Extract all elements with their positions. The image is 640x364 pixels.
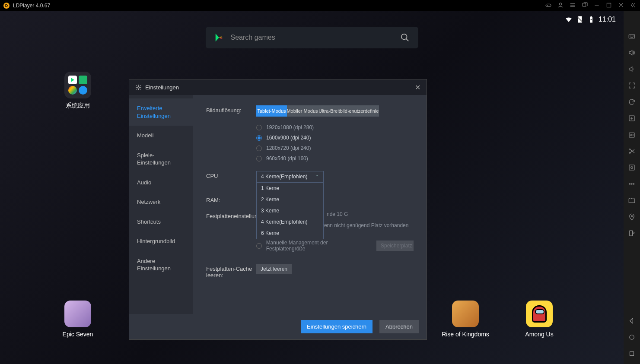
search-bar[interactable] [206,27,418,48]
tab-custom[interactable]: Benutzerdefiniert [348,105,379,117]
save-button[interactable]: Einstellungen speichern [301,320,373,333]
user-icon[interactable] [557,2,564,10]
nav-wallpaper[interactable]: Hintergrundbild [129,231,193,251]
gear-icon [135,84,142,91]
search-icon[interactable] [400,33,410,42]
clock: 11:01 [599,16,616,23]
svg-rect-14 [629,165,634,170]
res-1280[interactable]: 1280x720 (dpi 240) [256,145,414,151]
recents-icon[interactable] [627,349,636,358]
svg-point-19 [631,215,633,217]
folder-label: 系统应用 [58,102,97,110]
nav-other[interactable]: Andere Einstellungen [129,251,193,279]
svg-point-15 [631,167,633,169]
volume-down-icon[interactable] [627,65,636,73]
svg-point-12 [629,149,630,150]
nav-model[interactable]: Modell [129,126,193,146]
sync-icon[interactable] [627,98,636,106]
location-icon[interactable] [627,212,636,221]
fullscreen-icon[interactable] [627,81,636,90]
search-input[interactable] [231,34,393,41]
desktop-area: 11:01 系统应用 Epic Seven Arknights Clash of… [0,11,624,364]
right-toolbar: APK [624,11,640,364]
nav-advanced[interactable]: Erweiterte Einstellungen [129,98,193,126]
tab-mobile[interactable]: Mobiler Modus [287,105,318,117]
chevron-up-icon: ⌃ [315,174,319,179]
expand-disk-button[interactable]: Speicherplatz erweitern [376,241,414,251]
cpu-selected: 4 Kerne(Empfohlen) [261,174,307,180]
apk-icon[interactable]: APK [627,130,636,139]
multi-instance-icon[interactable] [627,114,636,123]
settings-panel: Bildauflösung: Tablet-Modus Mobiler Modu… [193,95,427,314]
maximize-icon[interactable] [605,2,612,10]
res-1600[interactable]: 1600x900 (dpi 240) [256,135,414,141]
settings-nav: Erweiterte Einstellungen Modell Spiele-E… [129,95,193,314]
gamepad-icon[interactable] [545,2,552,10]
app-logo-icon: D [3,3,10,9]
app-rise-of-kingdoms[interactable]: Rise of Kingdoms [442,301,489,338]
keyboard-icon[interactable] [627,32,636,41]
operation-record-icon[interactable] [627,163,636,172]
res-1920[interactable]: 1920x1080 (dpi 280) [256,124,414,130]
cpu-dropdown-menu: 1 Kerne 2 Kerne 3 Kerne 4 Kerne(Empfohle… [256,182,324,239]
battery-icon [587,16,595,23]
rotate-icon[interactable] [627,229,636,237]
resolution-label: Bildauflösung: [206,105,256,114]
res-960[interactable]: 960x540 (dpi 160) [256,155,414,161]
nav-network[interactable]: Netzwerk [129,192,193,212]
scissors-icon[interactable] [627,147,636,155]
cancel-button[interactable]: Abbrechen [379,320,419,333]
window-titlebar: D LDPlayer 4.0.67 [0,0,640,11]
nav-audio[interactable]: Audio [129,173,193,193]
svg-rect-0 [546,4,551,6]
cpu-opt-2[interactable]: 2 Kerne [257,194,323,205]
multi-window-icon[interactable] [581,2,588,10]
collapse-icon[interactable] [630,2,637,10]
home-icon[interactable] [627,333,636,342]
svg-rect-5 [590,16,592,17]
close-icon[interactable] [618,2,624,10]
cpu-dropdown[interactable]: 4 Kerne(Empfohlen) ⌃ 1 Kerne 2 Kerne 3 K… [256,171,324,182]
svg-point-1 [559,3,561,5]
cache-label: Festplatten-Cache leeren: [206,264,256,279]
tab-ultrawide[interactable]: Ultra-Breitbild [318,105,348,117]
disk-label: Festplatteneinstellungen: [206,211,256,219]
more-icon[interactable] [627,180,636,188]
cpu-label: CPU [206,171,256,179]
android-statusbar: 11:01 [565,16,616,23]
svg-point-21 [630,335,634,340]
disk-manual-option[interactable]: Manuelle Management der Festplattengröße… [256,240,414,252]
clear-cache-button[interactable]: Jetzt leeren [256,264,292,274]
nav-shortcuts[interactable]: Shortcuts [129,212,193,232]
disk-hint: nde 10 G [327,211,414,217]
minimize-icon[interactable] [593,2,600,10]
settings-modal: Einstellungen ✕ Erweiterte Einstellungen… [129,79,427,340]
resolution-mode-tabs: Tablet-Modus Mobiler Modus Ultra-Breitbi… [256,105,379,117]
back-icon[interactable] [627,317,636,325]
app-epic-seven[interactable]: Epic Seven [58,301,97,338]
nav-game[interactable]: Spiele-Einstellungen [129,146,193,173]
system-apps-folder[interactable]: 系统应用 [58,72,97,110]
cpu-opt-6[interactable]: 6 Kerne [257,228,323,239]
cpu-opt-1[interactable]: 1 Kerne [257,183,323,194]
cpu-opt-3[interactable]: 3 Kerne [257,205,323,216]
shared-folder-icon[interactable] [627,196,636,205]
svg-rect-20 [630,231,633,236]
modal-header: Einstellungen ✕ [129,79,427,95]
app-among-us[interactable]: Among Us [520,301,559,338]
svg-point-16 [629,184,630,184]
svg-text:APK: APK [630,134,634,136]
svg-point-6 [401,34,407,40]
titlebar-controls [545,2,637,10]
svg-point-17 [631,184,632,184]
svg-point-7 [138,86,140,88]
modal-close-button[interactable]: ✕ [415,83,420,92]
cpu-opt-4[interactable]: 4 Kerne(Empfohlen) [257,216,323,228]
svg-rect-2 [583,3,586,6]
tab-tablet[interactable]: Tablet-Modus [256,105,287,117]
modal-footer: Einstellungen speichern Abbrechen [129,314,427,339]
window-title: LDPlayer 4.0.67 [13,3,50,9]
svg-rect-3 [607,3,611,7]
volume-up-icon[interactable] [627,48,636,57]
menu-icon[interactable] [569,2,576,10]
